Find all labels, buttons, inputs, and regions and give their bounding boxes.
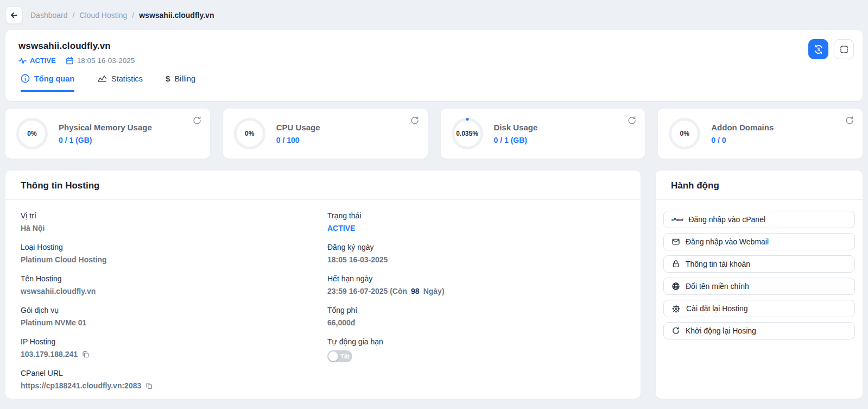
info-row-expiry: Hết hạn ngày 23:59 16-07-2025 (Còn 98 Ng… [327,274,625,295]
disk-percent: 0.035% [456,130,478,137]
page-title: wswsahii.cloudfly.vn [18,41,850,52]
reinstall-hosting-button[interactable]: Cài đặt lại Hosting [663,300,855,317]
account-info-button[interactable]: Thông tin tài khoản [663,255,855,273]
stat-value: 0 / 100 [276,136,320,144]
breadcrumb-separator: / [73,11,75,20]
expiry-days: 98 [411,287,420,295]
info-label: Hết hạn ngày [327,274,625,283]
status-text: ACTIVE [30,56,56,65]
hosting-info-panel: Thông tin Hosting Vị trí Hà Nội Loại Hos… [5,171,641,399]
tab-label: Statistics [111,74,143,83]
sync-dollar-icon: $ [813,44,824,55]
disk-text: Disk Usage 0 / 1 (GB) [494,123,538,144]
info-value: Platinum Cloud Hosting [21,255,327,264]
stat-card-memory: 0% Physical Memory Usage 0 / 1 (GB) [5,109,210,159]
action-label: Đăng nhập vào cPanel [688,215,765,224]
memory-percent: 0% [27,130,36,137]
registered-date: 18:05 16-03-2025 [66,56,135,65]
info-label: CPanel URL [21,369,327,377]
tab-bar: Tổng quan Statistics $ Billing [18,74,850,92]
memory-progress-ring: 0% [16,118,48,149]
mail-icon [671,237,680,246]
info-row-location: Vị trí Hà Nội [21,211,327,232]
action-label: Khởi động lại Hosing [686,326,756,335]
action-label: Thông tin tài khoản [686,260,750,268]
hosting-info-body: Vị trí Hà Nội Loại Hosting Platinum Clou… [5,200,641,399]
tab-label: Billing [174,74,195,83]
renew-button[interactable]: $ [808,39,828,59]
refresh-icon[interactable] [845,116,854,128]
refresh-icon[interactable] [410,116,420,128]
svg-text:$: $ [817,47,820,52]
chart-icon [97,74,107,83]
restart-icon [671,326,680,335]
status-value: ACTIVE [327,224,625,232]
stat-value: 0 / 1 (GB) [59,136,152,144]
breadcrumb-cloud-hosting[interactable]: Cloud Hosting [79,11,127,20]
back-button[interactable] [5,7,23,24]
disk-progress-ring: 0.035% [452,118,483,149]
stat-title: Addon Domains [711,123,774,132]
tab-tong-quan[interactable]: Tổng quan [21,74,74,92]
info-value: 18:05 16-03-2025 [327,255,625,264]
autorenew-toggle[interactable]: Tắt [327,350,352,362]
info-value: https://cp188241.cloudfly.vn:2083 [21,381,327,390]
refresh-icon[interactable] [192,116,202,128]
info-row-plan: Gói dịch vụ Platinum NVMe 01 [21,306,327,327]
ip-value: 103.179.188.241 [21,350,78,358]
stats-row: 0% Physical Memory Usage 0 / 1 (GB) 0% C… [5,109,863,159]
login-cpanel-button[interactable]: cPanel Đăng nhập vào cPanel [663,211,855,228]
action-label: Đăng nhập vào Webmail [686,237,769,246]
copy-icon[interactable] [145,382,153,390]
addon-percent: 0% [680,130,689,137]
cpanel-url-value[interactable]: https://cp188241.cloudfly.vn:2083 [21,381,141,390]
toggle-state-label: Tắt [340,353,350,360]
info-label: Tổng phí [327,306,625,314]
breadcrumb-current: wswsahii.cloudfly.vn [139,11,214,20]
copy-icon[interactable] [81,350,90,358]
info-row-cpanel-url: CPanel URL https://cp188241.cloudfly.vn:… [21,369,327,390]
expiry-prefix: 23:59 16-07-2025 (Còn [327,287,407,295]
tab-label: Tổng quan [34,74,74,83]
stat-value: 0 / 1 (GB) [494,136,538,144]
progress-dot [466,118,468,121]
info-label: Tên Hosting [21,274,327,283]
action-label: Đổi tên miền chính [686,282,749,291]
info-label: Vị trí [21,211,327,220]
cpu-text: CPU Usage 0 / 100 [276,123,320,144]
info-label: Trạng thái [327,211,625,220]
info-value: Platinum NVMe 01 [21,318,327,327]
login-webmail-button[interactable]: Đăng nhập vào Webmail [663,233,855,250]
tab-billing[interactable]: $ Billing [166,74,195,92]
screenshot-button[interactable] [834,39,854,59]
page: Dashboard / Cloud Hosting / wswsahii.clo… [0,0,868,409]
lock-icon [671,260,680,268]
info-row-ip: IP Hosting 103.179.188.241 [21,337,327,358]
stat-title: Disk Usage [494,123,538,132]
info-value: 103.179.188.241 [21,350,327,358]
breadcrumb-dashboard[interactable]: Dashboard [30,11,68,20]
gear-icon [671,304,681,313]
actions-panel: Hành động cPanel Đăng nhập vào cPanel Đă… [656,171,863,399]
restart-hosting-button[interactable]: Khởi động lại Hosing [663,322,855,339]
expiry-value: 23:59 16-07-2025 (Còn 98 Ngày) [327,287,625,295]
status-badge: ACTIVE [18,56,56,65]
info-right-column: Trạng thái ACTIVE Đăng ký ngày 18:05 16-… [327,211,625,399]
info-row-fee: Tổng phí 66,000đ [327,306,625,327]
info-left-column: Vị trí Hà Nội Loại Hosting Platinum Clou… [21,211,327,399]
cpu-percent: 0% [245,130,254,137]
stat-value: 0 / 0 [711,136,774,144]
hosting-header-card: wswsahii.cloudfly.vn ACTIVE 18:05 16-03-… [5,30,863,101]
refresh-icon[interactable] [627,116,637,128]
header-actions: $ [808,39,854,59]
info-value: Hà Nội [21,224,327,232]
tab-statistics[interactable]: Statistics [97,74,143,92]
info-label: IP Hosting [21,337,327,346]
scan-frame-icon [839,45,849,54]
info-row-autorenew: Tự động gia hạn Tắt [327,337,625,362]
info-row-hosting-name: Tên Hosting wswsahii.cloudfly.vn [21,274,327,295]
memory-text: Physical Memory Usage 0 / 1 (GB) [59,123,152,144]
info-row-status: Trạng thái ACTIVE [327,211,625,232]
change-primary-domain-button[interactable]: Đổi tên miền chính [663,278,855,295]
actions-body: cPanel Đăng nhập vào cPanel Đăng nhập và… [656,200,863,350]
